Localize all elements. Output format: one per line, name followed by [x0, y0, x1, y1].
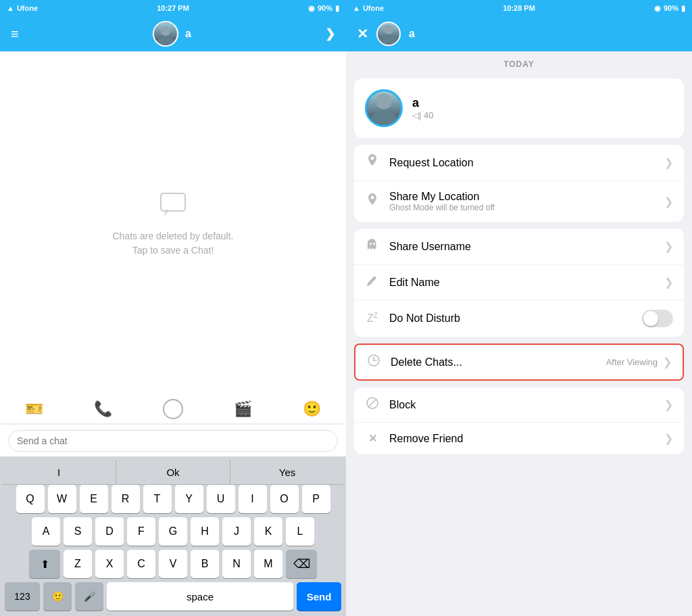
delete-chats-section: Delete Chats... After Viewing ❯: [354, 343, 684, 381]
key-a[interactable]: A: [32, 517, 60, 546]
key-v[interactable]: V: [159, 550, 187, 578]
svg-point-1: [157, 37, 174, 45]
block-chevron: ❯: [664, 398, 673, 411]
left-nav-bar: ≡ a ❯: [0, 16, 346, 51]
key-k[interactable]: K: [254, 517, 282, 546]
svg-point-4: [384, 24, 393, 34]
do-not-disturb-item[interactable]: ZZ Do Not Disturb: [354, 300, 684, 337]
key-send[interactable]: Send: [297, 582, 341, 611]
keyboard-row-1: Q W E R T Y U I O P: [2, 485, 344, 513]
key-shift[interactable]: ⬆: [29, 550, 60, 578]
close-button[interactable]: ✕: [357, 26, 368, 42]
key-emoji[interactable]: 🙂: [43, 582, 72, 611]
right-content: TODAY a ◁| 40: [346, 51, 692, 616]
remove-friend-item[interactable]: ✕ Remove Friend ❯: [354, 423, 684, 454]
pencil-icon: [365, 275, 380, 290]
request-location-label: Request Location: [389, 157, 474, 168]
suggestion-ok[interactable]: Ok: [116, 460, 230, 484]
profile-sub: ◁| 40: [412, 110, 433, 120]
left-time: 10:27 PM: [157, 4, 189, 12]
request-location-right: ❯: [664, 156, 673, 169]
key-s[interactable]: S: [64, 517, 92, 546]
key-z[interactable]: Z: [64, 550, 92, 578]
keyboard-row-3: ⬆ Z X C V B N M ⌫: [2, 550, 344, 578]
key-j[interactable]: J: [222, 517, 251, 546]
emoji-icon[interactable]: 🙂: [303, 400, 321, 418]
key-n[interactable]: N: [222, 550, 251, 578]
edit-name-text: Edit Name: [389, 277, 655, 289]
key-o[interactable]: O: [270, 485, 299, 513]
right-battery-icon: ▮: [681, 4, 685, 13]
sticker-icon[interactable]: 🎫: [25, 400, 43, 418]
key-delete[interactable]: ⌫: [286, 550, 317, 578]
right-status-bar: ▲ Ufone 10:28 PM ◉ 90% ▮: [346, 0, 692, 16]
share-username-text: Share Username: [389, 241, 655, 253]
nav-chevron-icon[interactable]: ❯: [325, 26, 335, 41]
key-x[interactable]: X: [95, 550, 124, 578]
right-status-carrier-group: ▲ Ufone: [353, 4, 384, 12]
phone-icon[interactable]: 📞: [94, 400, 112, 418]
svg-point-5: [380, 35, 398, 45]
share-username-item[interactable]: Share Username ❯: [354, 229, 684, 265]
key-numbers[interactable]: 123: [5, 582, 40, 611]
key-q[interactable]: Q: [16, 485, 45, 513]
key-i[interactable]: I: [239, 485, 267, 513]
avatar[interactable]: [153, 21, 178, 47]
suggestion-yes[interactable]: Yes: [230, 460, 344, 484]
svg-point-7: [370, 111, 397, 125]
key-d[interactable]: D: [95, 517, 124, 546]
remove-friend-right: ❯: [664, 432, 673, 445]
video-icon[interactable]: 🎬: [234, 400, 252, 418]
chat-area: Chats are deleted by default. Tap to sav…: [0, 51, 346, 394]
left-status-right: ◉ 90% ▮: [308, 4, 339, 13]
profile-name: a: [412, 96, 433, 110]
suggestion-i[interactable]: I: [2, 460, 116, 484]
key-g[interactable]: G: [159, 517, 187, 546]
svg-point-9: [373, 243, 375, 245]
key-h[interactable]: H: [191, 517, 219, 546]
edit-name-item[interactable]: Edit Name ❯: [354, 265, 684, 300]
key-w[interactable]: W: [48, 485, 76, 513]
chat-input[interactable]: [8, 430, 338, 452]
share-location-chevron: ❯: [664, 195, 673, 208]
key-y[interactable]: Y: [175, 485, 203, 513]
delete-chats-text: Delete Chats...: [391, 356, 597, 369]
keyboard-row-2: A S D F G H J K L: [2, 517, 344, 546]
share-location-item[interactable]: Share My Location Ghost Mode will be tur…: [354, 181, 684, 222]
key-f[interactable]: F: [127, 517, 155, 546]
key-b[interactable]: B: [191, 550, 219, 578]
key-mic[interactable]: 🎤: [75, 582, 103, 611]
delete-chats-item[interactable]: Delete Chats... After Viewing ❯: [355, 345, 683, 379]
share-username-label: Share Username: [389, 241, 471, 252]
nav-username: a: [185, 28, 191, 40]
key-space[interactable]: space: [107, 582, 293, 611]
svg-point-0: [161, 26, 170, 36]
share-username-chevron: ❯: [664, 240, 673, 253]
chat-input-bar: [0, 424, 346, 456]
key-c[interactable]: C: [127, 550, 155, 578]
hamburger-icon[interactable]: ≡: [11, 26, 19, 42]
svg-point-8: [370, 243, 372, 245]
key-l[interactable]: L: [286, 517, 314, 546]
right-nav-avatar[interactable]: [376, 22, 401, 46]
key-t[interactable]: T: [143, 485, 172, 513]
request-location-item[interactable]: Request Location ❯: [354, 145, 684, 181]
key-r[interactable]: R: [112, 485, 140, 513]
capture-button[interactable]: [163, 399, 183, 419]
dnd-toggle[interactable]: [642, 310, 673, 327]
profile-avatar[interactable]: [365, 89, 403, 127]
edit-name-right: ❯: [664, 276, 673, 289]
location-icon: ◉: [308, 4, 315, 13]
block-label: Block: [389, 399, 416, 410]
block-right: ❯: [664, 398, 673, 411]
key-u[interactable]: U: [207, 485, 235, 513]
block-item[interactable]: Block ❯: [354, 387, 684, 423]
nav-center: a: [153, 21, 191, 47]
clock-icon: [366, 354, 381, 370]
left-panel: ▲ Ufone 10:27 PM ◉ 90% ▮ ≡ a ❯: [0, 0, 346, 616]
key-p[interactable]: P: [302, 485, 330, 513]
right-status-right: ◉ 90% ▮: [654, 4, 685, 13]
share-location-text: Share My Location Ghost Mode will be tur…: [389, 191, 655, 212]
key-e[interactable]: E: [80, 485, 108, 513]
key-m[interactable]: M: [254, 550, 282, 578]
